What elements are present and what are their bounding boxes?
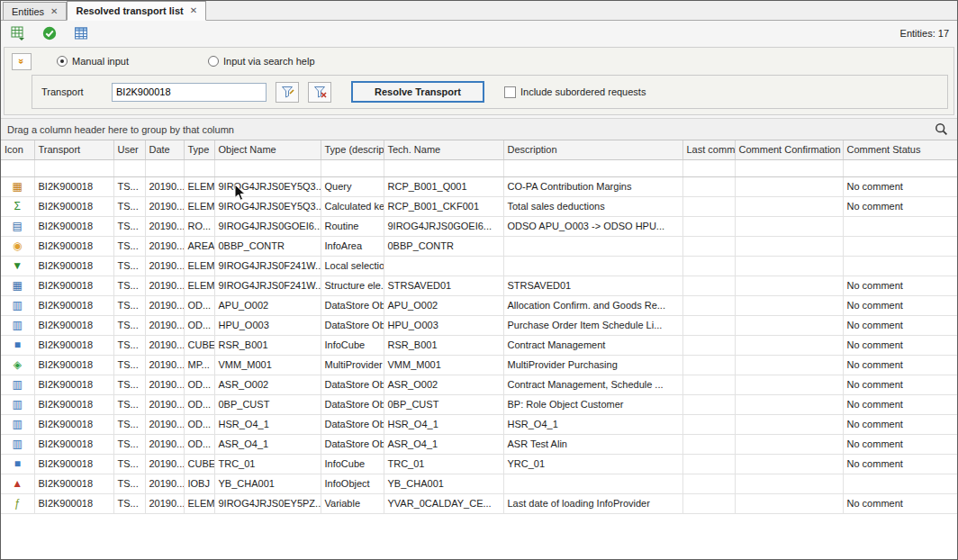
- cell-date[interactable]: 20190...: [145, 176, 184, 196]
- table-row[interactable]: ▥BI2K900018TS...20190...OD...ASR_O002Dat…: [1, 375, 957, 394]
- cell-last_comment[interactable]: [682, 335, 735, 355]
- column-header-transport[interactable]: Transport: [34, 140, 113, 159]
- cell-last_comment[interactable]: [682, 236, 735, 256]
- cell-status[interactable]: [843, 474, 957, 493]
- cell-type_desc[interactable]: Variable: [321, 493, 384, 513]
- table-row[interactable]: ▦BI2K900018TS...20190...ELEM9IROG4JRJS0E…: [1, 176, 957, 196]
- cell-date[interactable]: 20190...: [145, 355, 184, 375]
- cell-confirmation[interactable]: [735, 256, 843, 275]
- cell-icon[interactable]: Σ: [1, 196, 34, 216]
- cell-confirmation[interactable]: [735, 355, 843, 375]
- cell-type_desc[interactable]: MultiProvider: [321, 355, 384, 375]
- filter-cell[interactable]: [1, 159, 34, 176]
- tab-resolved-transport-list[interactable]: Resolved transport list ✕: [67, 1, 206, 21]
- clear-filter-button[interactable]: [308, 82, 331, 103]
- column-header-type-description[interactable]: Type (descrip...: [321, 140, 384, 159]
- cell-user[interactable]: TS...: [113, 176, 145, 196]
- cell-user[interactable]: TS...: [113, 434, 145, 454]
- include-subordered-label[interactable]: Include subordered requests: [520, 86, 646, 97]
- cell-transport[interactable]: BI2K900018: [34, 375, 113, 394]
- cell-icon[interactable]: ▥: [1, 414, 34, 434]
- cell-status[interactable]: [843, 216, 957, 236]
- table-row[interactable]: ▥BI2K900018TS...20190...OD...HSR_O4_1Dat…: [1, 414, 957, 434]
- cell-tech[interactable]: RCP_B001_Q001: [384, 176, 503, 196]
- cell-type[interactable]: RO...: [184, 216, 214, 236]
- cell-confirmation[interactable]: [735, 295, 843, 315]
- cell-type_desc[interactable]: Query: [321, 176, 384, 196]
- table-row[interactable]: ▥BI2K900018TS...20190...OD...0BP_CUSTDat…: [1, 394, 957, 414]
- filter-button[interactable]: [276, 82, 299, 103]
- tab-entities[interactable]: Entities ✕: [3, 2, 67, 20]
- table-row[interactable]: ΣBI2K900018TS...20190...ELEM9IROG4JRJS0E…: [1, 196, 957, 216]
- column-header-date[interactable]: Date: [145, 140, 184, 159]
- cell-object[interactable]: YB_CHA001: [214, 474, 321, 493]
- cell-confirmation[interactable]: [735, 236, 843, 256]
- cell-desc[interactable]: [503, 474, 682, 493]
- cell-object[interactable]: 9IROG4JRJS0EY5Q3...: [214, 176, 321, 196]
- cell-date[interactable]: 20190...: [145, 216, 184, 236]
- cell-icon[interactable]: ƒ: [1, 493, 34, 513]
- cell-tech[interactable]: HSR_O4_1: [384, 414, 503, 434]
- cell-transport[interactable]: BI2K900018: [34, 414, 113, 434]
- cell-type_desc[interactable]: InfoCube: [321, 454, 384, 474]
- cell-user[interactable]: TS...: [113, 256, 145, 275]
- cell-date[interactable]: 20190...: [145, 414, 184, 434]
- cell-user[interactable]: TS...: [113, 394, 145, 414]
- cell-confirmation[interactable]: [735, 454, 843, 474]
- export-grid-button[interactable]: [9, 24, 27, 42]
- cell-last_comment[interactable]: [682, 375, 735, 394]
- close-icon[interactable]: ✕: [190, 6, 197, 15]
- table-row[interactable]: ▥BI2K900018TS...20190...OD...APU_O002Dat…: [1, 295, 957, 315]
- cell-object[interactable]: RSR_B001: [214, 335, 321, 355]
- cell-status[interactable]: No comment: [843, 315, 957, 335]
- column-header-last-comment[interactable]: Last commenti...: [682, 140, 735, 159]
- close-icon[interactable]: ✕: [50, 7, 58, 16]
- cell-confirmation[interactable]: [735, 375, 843, 394]
- cell-object[interactable]: APU_O002: [214, 295, 321, 315]
- cell-user[interactable]: TS...: [113, 474, 145, 493]
- cell-last_comment[interactable]: [682, 176, 735, 196]
- table-row[interactable]: ◉BI2K900018TS...20190...AREA0BBP_CONTRIn…: [1, 236, 957, 256]
- cell-transport[interactable]: BI2K900018: [34, 295, 113, 315]
- cell-transport[interactable]: BI2K900018: [34, 394, 113, 414]
- table-row[interactable]: ◈BI2K900018TS...20190...MP...VMM_M001Mul…: [1, 355, 957, 375]
- column-header-user[interactable]: User: [113, 140, 145, 159]
- cell-type_desc[interactable]: DataStore Ob...: [321, 375, 384, 394]
- cell-object[interactable]: TRC_01: [214, 454, 321, 474]
- cell-date[interactable]: 20190...: [145, 275, 184, 295]
- cell-object[interactable]: 9IROG4JRJS0EY5Q3...: [214, 196, 321, 216]
- cell-user[interactable]: TS...: [113, 335, 145, 355]
- cell-transport[interactable]: BI2K900018: [34, 256, 113, 275]
- cell-desc[interactable]: Last date of loading InfoProvider: [503, 493, 682, 513]
- cell-desc[interactable]: ODSO APU_O003 -> ODSO HPU...: [503, 216, 682, 236]
- cell-tech[interactable]: 9IROG4JRJS0GOEI6...: [384, 216, 503, 236]
- cell-date[interactable]: 20190...: [145, 196, 184, 216]
- cell-tech[interactable]: 0BBP_CONTR: [384, 236, 503, 256]
- cell-tech[interactable]: ASR_O002: [384, 375, 503, 394]
- cell-user[interactable]: TS...: [113, 196, 145, 216]
- cell-last_comment[interactable]: [682, 434, 735, 454]
- cell-object[interactable]: 0BP_CUST: [214, 394, 321, 414]
- cell-transport[interactable]: BI2K900018: [34, 216, 113, 236]
- cell-desc[interactable]: CO-PA Contribution Margins: [503, 176, 682, 196]
- cell-status[interactable]: No comment: [843, 335, 957, 355]
- cell-user[interactable]: TS...: [113, 414, 145, 434]
- cell-icon[interactable]: ▥: [1, 375, 34, 394]
- cell-desc[interactable]: STRSAVED01: [503, 275, 682, 295]
- table-row[interactable]: ■BI2K900018TS...20190...CUBETRC_01InfoCu…: [1, 454, 957, 474]
- cell-tech[interactable]: TRC_01: [384, 454, 503, 474]
- cell-icon[interactable]: ▤: [1, 216, 34, 236]
- cell-date[interactable]: 20190...: [145, 454, 184, 474]
- cell-confirmation[interactable]: [735, 414, 843, 434]
- manual-input-label[interactable]: Manual input: [72, 56, 129, 67]
- filter-cell[interactable]: [214, 159, 321, 176]
- cell-user[interactable]: TS...: [113, 315, 145, 335]
- cell-confirmation[interactable]: [735, 474, 843, 493]
- grid-view-button[interactable]: [72, 24, 90, 42]
- cell-status[interactable]: [843, 256, 957, 275]
- cell-date[interactable]: 20190...: [145, 335, 184, 355]
- cell-date[interactable]: 20190...: [145, 375, 184, 394]
- cell-date[interactable]: 20190...: [145, 474, 184, 493]
- cell-status[interactable]: No comment: [843, 355, 957, 375]
- cell-tech[interactable]: RSR_B001: [384, 335, 503, 355]
